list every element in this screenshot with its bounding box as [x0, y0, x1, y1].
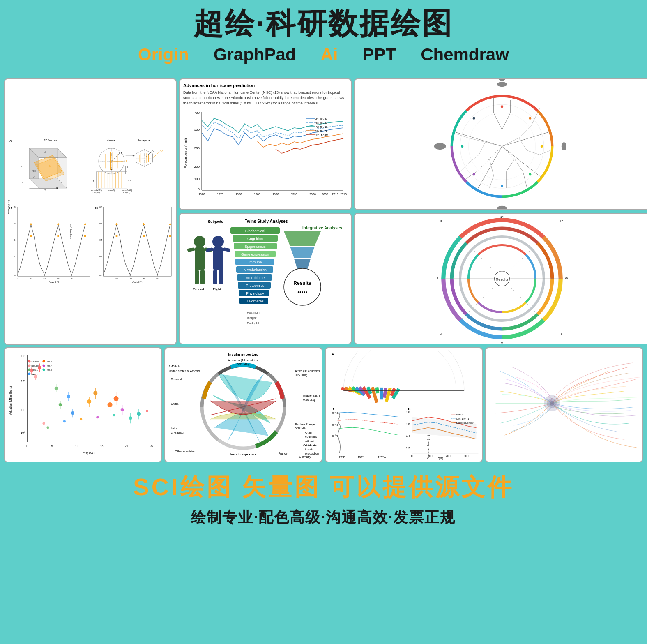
- svg-text:v_F: v_F: [160, 149, 164, 152]
- svg-text:Eastern Europe: Eastern Europe: [295, 423, 315, 426]
- svg-text:10¹: 10¹: [21, 409, 25, 411]
- svg-marker-208: [284, 231, 321, 246]
- svg-point-42: [473, 173, 475, 176]
- hurricane-chart: Advances in hurricane prediction Data fr…: [179, 78, 352, 210]
- svg-text:Germany: Germany: [299, 455, 311, 459]
- svg-text:0.8: 0.8: [99, 207, 102, 209]
- svg-text:d·sin(θ): d·sin(θ): [108, 189, 115, 192]
- svg-text:0.2: 0.2: [99, 256, 102, 258]
- svg-text:production: production: [305, 452, 319, 455]
- svg-text:10: 10: [75, 445, 78, 448]
- svg-point-284: [114, 396, 119, 401]
- chord-card: Insulin importers: [164, 347, 322, 462]
- scatter-svg: 10³ 10² 10¹ 10⁰ Valuation (M$ millions) …: [7, 350, 159, 460]
- svg-line-36: [454, 132, 502, 147]
- svg-text:Insulin exporters: Insulin exporters: [230, 452, 257, 456]
- svg-text:Valuation (M$ millions): Valuation (M$ millions): [9, 386, 12, 415]
- svg-text:Denmark: Denmark: [171, 378, 183, 381]
- svg-text:Results: Results: [293, 280, 311, 286]
- svg-text:0: 0: [440, 220, 442, 223]
- svg-text:5.52 bl.kg: 5.52 bl.kg: [237, 363, 250, 367]
- svg-text:60°N: 60°N: [331, 412, 337, 415]
- svg-text:1970: 1970: [198, 193, 205, 196]
- phylo-geographic-card: A: [325, 347, 483, 462]
- svg-text:24 hours: 24 hours: [315, 117, 327, 120]
- svg-rect-164: [116, 235, 118, 237]
- svg-point-161: [103, 275, 104, 276]
- svg-text:300: 300: [194, 146, 200, 150]
- svg-text:10³: 10³: [21, 355, 25, 358]
- svg-text:1.2: 1.2: [406, 447, 410, 450]
- svg-text:Integrative Analyses: Integrative Analyses: [302, 226, 342, 230]
- svg-marker-134: [30, 223, 32, 225]
- svg-text:0.27 bl.kg: 0.27 bl.kg: [295, 374, 308, 377]
- svg-point-270: [55, 387, 58, 390]
- svg-text:1995: 1995: [291, 193, 297, 196]
- svg-text:Mexico and Brazil: Mexico and Brazil: [233, 459, 256, 460]
- svg-text:2010: 2010: [332, 193, 338, 196]
- hurricane-subtitle: Data from the NOAA National Hurricane Ce…: [183, 90, 348, 106]
- svg-text:300: 300: [464, 455, 469, 458]
- svg-text:Res.2: Res.2: [31, 373, 38, 376]
- svg-text:0: 0: [103, 278, 104, 280]
- svg-text:d: d: [127, 166, 128, 169]
- svg-text:0: 0: [198, 187, 200, 191]
- svg-text:0.6: 0.6: [14, 223, 17, 225]
- svg-point-278: [87, 399, 91, 404]
- svg-text:ABE: ABE: [32, 170, 36, 172]
- svg-point-251: [28, 365, 30, 367]
- svg-rect-336: [375, 387, 379, 394]
- svg-text:120 hours: 120 hours: [315, 134, 329, 136]
- svg-line-34: [502, 146, 542, 178]
- svg-text:Species Density: Species Density: [456, 422, 473, 424]
- svg-text:insulin: insulin: [305, 448, 313, 451]
- svg-text:k_f: k_f: [119, 152, 122, 154]
- header-section: 超绘·科研数据绘图 Origin GraphPad Ai PPT Chemdra…: [0, 0, 647, 76]
- svg-text:Opt.(1) 0.71: Opt.(1) 0.71: [456, 418, 469, 420]
- hurricane-title: Advances in hurricane prediction: [183, 83, 348, 88]
- svg-point-272: [59, 403, 62, 406]
- svg-text:5: 5: [51, 445, 53, 448]
- circular-results-svg: Results 14 12 10 8 6 4 2 0: [355, 214, 647, 344]
- svg-text:0.50 bl.kg: 0.50 bl.kg: [303, 398, 316, 402]
- svg-text:Middle East (7 countries): Middle East (7 countries): [303, 394, 320, 397]
- flux-svg: A 3D flux box: [8, 83, 173, 341]
- svg-text:v_F: v_F: [124, 160, 127, 162]
- svg-text:20: 20: [125, 445, 128, 448]
- svg-text:Subjects: Subjects: [208, 219, 223, 224]
- tools-row: Origin GraphPad Ai PPT Chemdraw: [4, 40, 643, 72]
- svg-point-38: [529, 117, 531, 120]
- svg-text:Biochemical: Biochemical: [245, 229, 265, 233]
- svg-text:2: 2: [437, 276, 438, 279]
- svg-point-261: [43, 369, 45, 371]
- svg-point-257: [43, 360, 45, 363]
- svg-text:4: 4: [440, 333, 442, 336]
- svg-text:Results: Results: [496, 277, 509, 282]
- footer-section: SCI绘图 矢量图 可以提供源文件 绘制专业·配色高级·沟通高效·发票正规: [0, 465, 647, 533]
- svg-text:1980: 1980: [235, 193, 242, 196]
- svg-rect-175: [187, 247, 195, 252]
- svg-text:120: 120: [129, 278, 132, 280]
- svg-text:w: w: [45, 189, 46, 191]
- svg-text:domestic: domestic: [305, 444, 317, 447]
- svg-text:0.4: 0.4: [14, 240, 17, 242]
- svg-text:Forecast error (n mi): Forecast error (n mi): [184, 138, 187, 168]
- svg-point-47: [562, 142, 566, 150]
- svg-text:Metabolomics: Metabolomics: [244, 268, 267, 272]
- svg-point-139: [71, 275, 72, 276]
- svg-text:Other countries: Other countries: [175, 450, 195, 453]
- svg-rect-142: [84, 235, 86, 237]
- svg-text:700: 700: [194, 111, 200, 115]
- svg-marker-158: [115, 223, 118, 225]
- svg-text:0.28 bl.kg: 0.28 bl.kg: [295, 427, 308, 431]
- svg-text:θ: θ: [22, 182, 23, 184]
- svg-point-296: [113, 414, 115, 416]
- tool-ai: Ai: [320, 45, 338, 65]
- svg-text:1975: 1975: [217, 193, 223, 196]
- svg-text:Postflight: Postflight: [247, 311, 261, 314]
- svg-text:P(%): P(%): [437, 457, 443, 460]
- phylo-svg: A: [327, 350, 480, 460]
- svg-point-259: [43, 365, 45, 367]
- svg-text:15: 15: [100, 445, 103, 448]
- svg-point-49: [434, 143, 446, 150]
